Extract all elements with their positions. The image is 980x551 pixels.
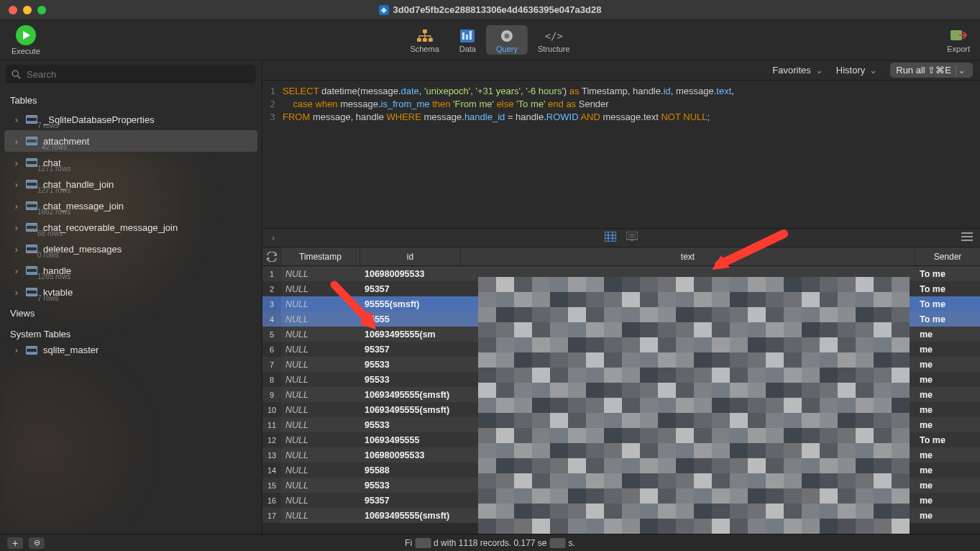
sidebar-table-item[interactable]: › attachment 42 rows	[4, 130, 257, 152]
cell-id: 106980095533	[360, 447, 461, 463]
table-row[interactable]: 7 NULL 95533 me	[262, 357, 980, 372]
run-all-button[interactable]: Run all ⇧⌘E ⌄	[890, 63, 973, 78]
row-number: 6	[262, 342, 281, 357]
sidebar-table-item[interactable]: › _SqliteDatabaseProperties 7 rows	[0, 109, 262, 130]
cell-sender: To me	[915, 432, 980, 447]
refresh-icon	[266, 252, 278, 262]
cell-text	[461, 447, 915, 463]
text-view-icon[interactable]	[626, 232, 638, 244]
tab-query[interactable]: Query	[486, 25, 528, 55]
chevron-down-icon: ⌄	[956, 65, 967, 76]
column-header-sender[interactable]: Sender	[915, 247, 980, 265]
table-row[interactable]: 2 NULL 95357 To me	[262, 281, 980, 296]
results-grid[interactable]: 1 NULL 106980095533 To me2 NULL 95357 To…	[262, 266, 980, 534]
svg-point-11	[12, 70, 18, 76]
table-row[interactable]: 12 NULL 10693495555 To me	[262, 432, 980, 447]
table-row[interactable]: 8 NULL 95533 me	[262, 372, 980, 387]
sidebar-table-item[interactable]: › chat_message_join 1662 rows	[0, 195, 262, 217]
sidebar-table-item[interactable]: › chat 1271 rows	[0, 152, 262, 173]
add-button[interactable]: +	[7, 537, 23, 549]
cell-id: 95357	[360, 493, 461, 508]
column-header-id[interactable]: id	[360, 247, 461, 265]
table-row[interactable]: 13 NULL 106980095533 me	[262, 447, 980, 463]
cell-text	[461, 281, 915, 296]
svg-rect-2	[423, 38, 427, 42]
hamburger-icon[interactable]	[961, 232, 973, 243]
svg-rect-7	[470, 31, 472, 40]
cell-timestamp: NULL	[281, 493, 360, 508]
sidebar-table-item[interactable]: › deleted_messages 0 rows	[0, 238, 262, 260]
query-icon	[499, 28, 515, 44]
row-number: 8	[262, 372, 281, 387]
search-icon	[12, 70, 21, 79]
cell-timestamp: NULL	[281, 432, 360, 447]
cell-text	[461, 493, 915, 508]
close-window-button[interactable]	[9, 6, 17, 14]
sidebar-table-item[interactable]: › chat_handle_join 1271 rows	[0, 173, 262, 195]
svg-rect-6	[466, 35, 468, 40]
execute-button[interactable]: Execute	[12, 25, 40, 55]
row-number: 3	[262, 296, 281, 311]
export-button[interactable]: Export	[947, 27, 970, 53]
history-menu[interactable]: History ⌄	[836, 65, 877, 76]
cell-sender: me	[915, 357, 980, 372]
table-row[interactable]: 1 NULL 106980095533 To me	[262, 266, 980, 281]
table-row[interactable]: 4 NULL 95555 To me	[262, 311, 980, 327]
table-row[interactable]: 15 NULL 95533 me	[262, 478, 980, 493]
tab-structure[interactable]: </> Structure	[528, 25, 580, 55]
zoom-window-button[interactable]	[37, 6, 46, 14]
cell-id: 10693495555(smsft)	[360, 508, 461, 523]
sql-code[interactable]: SELECT datetime(message.date, 'unixepoch…	[280, 81, 980, 228]
cell-text	[461, 342, 915, 357]
sidebar-table-item[interactable]: › chat_recoverable_message_join 68 rows	[0, 217, 262, 238]
table-icon	[26, 223, 37, 232]
cell-id: 95555(smsft)	[360, 296, 461, 311]
minimize-window-button[interactable]	[23, 6, 32, 14]
table-row[interactable]: 6 NULL 95357 me	[262, 342, 980, 357]
cell-text	[461, 387, 915, 402]
row-number: 10	[262, 402, 281, 417]
chevron-right-icon[interactable]: ›	[270, 234, 277, 242]
table-row[interactable]: 14 NULL 95588 me	[262, 463, 980, 478]
table-icon	[26, 137, 37, 145]
more-button[interactable]: ⊖	[29, 537, 45, 549]
cell-timestamp: NULL	[281, 463, 360, 478]
tab-schema[interactable]: Schema	[400, 25, 449, 55]
cell-id: 106980095533	[360, 266, 461, 281]
table-row[interactable]: 11 NULL 95533 me	[262, 417, 980, 432]
table-icon	[26, 346, 37, 355]
table-row[interactable]: 16 NULL 95357 me	[262, 493, 980, 508]
table-row[interactable]: 9 NULL 10693495555(smsft) me	[262, 387, 980, 402]
table-row[interactable]: 17 NULL 10693495555(smsft) me	[262, 508, 980, 523]
table-rowcount: 1271 rows	[37, 186, 70, 194]
refresh-corner[interactable]	[262, 247, 281, 265]
sidebar-table-item[interactable]: › kvtable 7 rows	[0, 281, 262, 301]
table-icon	[26, 245, 37, 253]
search-box[interactable]	[6, 65, 256, 83]
sidebar-table-item[interactable]: › handle 1285 rows	[0, 260, 262, 281]
column-header-timestamp[interactable]: Timestamp	[281, 247, 360, 265]
cell-timestamp: NULL	[281, 402, 360, 417]
table-icon	[26, 266, 37, 275]
cell-sender: me	[915, 327, 980, 342]
table-row[interactable]: 3 NULL 95555(smsft) To me	[262, 296, 980, 311]
column-header-text[interactable]: text	[461, 247, 915, 265]
table-icon	[26, 158, 37, 167]
row-number: 11	[262, 417, 281, 432]
grid-view-icon[interactable]	[605, 232, 616, 244]
sql-editor[interactable]: 123 SELECT datetime(message.date, 'unixe…	[262, 81, 980, 229]
table-row[interactable]: 10 NULL 10693495555(smsft) me	[262, 402, 980, 417]
cell-text	[461, 311, 915, 327]
chevron-down-icon: ⌄	[869, 65, 877, 76]
svg-rect-18	[626, 232, 638, 240]
sidebar-system-table-item[interactable]: › sqlite_master	[0, 342, 262, 358]
cell-id: 95533	[360, 478, 461, 493]
export-icon	[949, 27, 968, 43]
chevron-right-icon: ›	[13, 202, 20, 209]
cell-timestamp: NULL	[281, 296, 360, 311]
tab-data[interactable]: Data	[449, 25, 486, 55]
cell-text	[461, 417, 915, 432]
search-input[interactable]	[25, 68, 250, 81]
table-row[interactable]: 5 NULL 10693495555(sm me	[262, 327, 980, 342]
favorites-menu[interactable]: Favorites ⌄	[772, 65, 823, 76]
